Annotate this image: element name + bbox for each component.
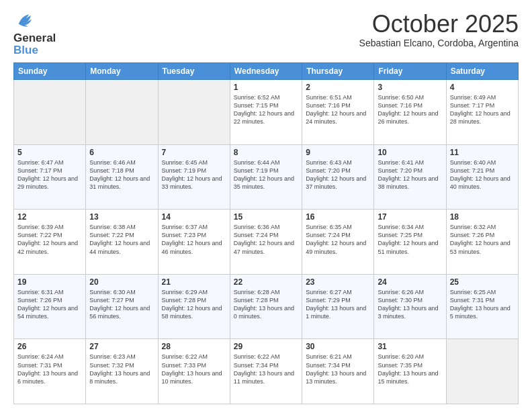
table-row: 11Sunrise: 6:40 AM Sunset: 7:21 PM Dayli… — [446, 144, 518, 210]
table-row: 22Sunrise: 6:28 AM Sunset: 7:28 PM Dayli… — [230, 274, 302, 339]
day-info: Sunrise: 6:40 AM Sunset: 7:21 PM Dayligh… — [450, 158, 515, 191]
day-info: Sunrise: 6:23 AM Sunset: 7:32 PM Dayligh… — [89, 353, 154, 385]
calendar-week-row: 1Sunrise: 6:52 AM Sunset: 7:15 PM Daylig… — [14, 80, 519, 145]
table-row — [446, 339, 518, 404]
day-number: 24 — [378, 277, 442, 287]
col-thursday: Thursday — [302, 63, 374, 80]
day-number: 13 — [89, 212, 154, 222]
calendar-week-row: 5Sunrise: 6:47 AM Sunset: 7:17 PM Daylig… — [14, 144, 519, 210]
day-number: 22 — [234, 277, 298, 287]
table-row: 25Sunrise: 6:25 AM Sunset: 7:31 PM Dayli… — [446, 274, 518, 339]
page-header: General Blue October 2025 Sebastian Elca… — [13, 11, 519, 57]
table-row: 30Sunrise: 6:21 AM Sunset: 7:34 PM Dayli… — [302, 339, 374, 404]
table-row: 17Sunrise: 6:34 AM Sunset: 7:25 PM Dayli… — [374, 210, 446, 275]
table-row — [86, 80, 158, 145]
calendar-week-row: 12Sunrise: 6:39 AM Sunset: 7:22 PM Dayli… — [14, 210, 519, 275]
day-info: Sunrise: 6:31 AM Sunset: 7:26 PM Dayligh… — [17, 288, 82, 321]
table-row: 6Sunrise: 6:46 AM Sunset: 7:18 PM Daylig… — [86, 144, 158, 210]
day-info: Sunrise: 6:50 AM Sunset: 7:16 PM Dayligh… — [378, 93, 442, 126]
day-number: 26 — [17, 342, 82, 351]
day-number: 23 — [306, 277, 370, 287]
table-row: 16Sunrise: 6:35 AM Sunset: 7:24 PM Dayli… — [302, 210, 374, 275]
table-row: 5Sunrise: 6:47 AM Sunset: 7:17 PM Daylig… — [14, 144, 86, 210]
day-number: 25 — [450, 277, 515, 287]
day-info: Sunrise: 6:29 AM Sunset: 7:28 PM Dayligh… — [162, 288, 226, 321]
day-info: Sunrise: 6:26 AM Sunset: 7:30 PM Dayligh… — [378, 288, 442, 321]
table-row: 7Sunrise: 6:45 AM Sunset: 7:19 PM Daylig… — [158, 144, 230, 210]
day-info: Sunrise: 6:22 AM Sunset: 7:34 PM Dayligh… — [234, 353, 298, 385]
day-info: Sunrise: 6:46 AM Sunset: 7:18 PM Dayligh… — [89, 158, 154, 191]
day-info: Sunrise: 6:36 AM Sunset: 7:24 PM Dayligh… — [234, 223, 298, 256]
calendar-week-row: 19Sunrise: 6:31 AM Sunset: 7:26 PM Dayli… — [14, 274, 519, 339]
table-row: 23Sunrise: 6:27 AM Sunset: 7:29 PM Dayli… — [302, 274, 374, 339]
day-info: Sunrise: 6:27 AM Sunset: 7:29 PM Dayligh… — [306, 288, 370, 321]
day-number: 19 — [17, 277, 82, 287]
col-wednesday: Wednesday — [230, 63, 302, 80]
day-number: 2 — [306, 83, 370, 92]
day-number: 6 — [89, 148, 154, 157]
col-saturday: Saturday — [446, 63, 518, 80]
logo: General Blue — [13, 11, 56, 57]
day-number: 16 — [306, 212, 370, 222]
day-info: Sunrise: 6:20 AM Sunset: 7:35 PM Dayligh… — [378, 353, 442, 385]
col-tuesday: Tuesday — [158, 63, 230, 80]
day-number: 17 — [378, 212, 442, 222]
day-number: 27 — [89, 342, 154, 351]
table-row: 29Sunrise: 6:22 AM Sunset: 7:34 PM Dayli… — [230, 339, 302, 404]
day-info: Sunrise: 6:51 AM Sunset: 7:16 PM Dayligh… — [306, 93, 370, 126]
table-row — [14, 80, 86, 145]
day-number: 15 — [234, 212, 298, 222]
day-number: 20 — [89, 277, 154, 287]
day-info: Sunrise: 6:35 AM Sunset: 7:24 PM Dayligh… — [306, 223, 370, 256]
table-row: 21Sunrise: 6:29 AM Sunset: 7:28 PM Dayli… — [158, 274, 230, 339]
table-row: 19Sunrise: 6:31 AM Sunset: 7:26 PM Dayli… — [14, 274, 86, 339]
table-row: 15Sunrise: 6:36 AM Sunset: 7:24 PM Dayli… — [230, 210, 302, 275]
day-info: Sunrise: 6:52 AM Sunset: 7:15 PM Dayligh… — [234, 93, 298, 126]
day-info: Sunrise: 6:44 AM Sunset: 7:19 PM Dayligh… — [234, 158, 298, 191]
table-row: 13Sunrise: 6:38 AM Sunset: 7:22 PM Dayli… — [86, 210, 158, 275]
day-number: 4 — [450, 83, 515, 92]
table-row — [158, 80, 230, 145]
day-info: Sunrise: 6:28 AM Sunset: 7:28 PM Dayligh… — [234, 288, 298, 321]
day-info: Sunrise: 6:41 AM Sunset: 7:20 PM Dayligh… — [378, 158, 442, 191]
location-subtitle: Sebastian Elcano, Cordoba, Argentina — [359, 38, 519, 48]
col-monday: Monday — [86, 63, 158, 80]
col-friday: Friday — [374, 63, 446, 80]
day-info: Sunrise: 6:22 AM Sunset: 7:33 PM Dayligh… — [162, 353, 226, 385]
table-row: 20Sunrise: 6:30 AM Sunset: 7:27 PM Dayli… — [86, 274, 158, 339]
day-number: 7 — [162, 148, 226, 157]
day-info: Sunrise: 6:25 AM Sunset: 7:31 PM Dayligh… — [450, 288, 515, 321]
table-row: 10Sunrise: 6:41 AM Sunset: 7:20 PM Dayli… — [374, 144, 446, 210]
logo-bird-icon — [15, 11, 34, 30]
day-info: Sunrise: 6:49 AM Sunset: 7:17 PM Dayligh… — [450, 93, 515, 126]
day-number: 21 — [162, 277, 226, 287]
day-number: 29 — [234, 342, 298, 351]
day-number: 9 — [306, 148, 370, 157]
day-info: Sunrise: 6:38 AM Sunset: 7:22 PM Dayligh… — [89, 223, 154, 256]
day-number: 31 — [378, 342, 442, 351]
day-number: 28 — [162, 342, 226, 351]
day-info: Sunrise: 6:24 AM Sunset: 7:31 PM Dayligh… — [17, 353, 82, 385]
day-info: Sunrise: 6:34 AM Sunset: 7:25 PM Dayligh… — [378, 223, 442, 256]
table-row: 4Sunrise: 6:49 AM Sunset: 7:17 PM Daylig… — [446, 80, 518, 145]
logo-general: General — [13, 32, 56, 44]
calendar-header-row: Sunday Monday Tuesday Wednesday Thursday… — [14, 63, 519, 80]
table-row: 9Sunrise: 6:43 AM Sunset: 7:20 PM Daylig… — [302, 144, 374, 210]
table-row: 18Sunrise: 6:32 AM Sunset: 7:26 PM Dayli… — [446, 210, 518, 275]
table-row: 12Sunrise: 6:39 AM Sunset: 7:22 PM Dayli… — [14, 210, 86, 275]
title-block: October 2025 Sebastian Elcano, Cordoba, … — [359, 11, 519, 48]
logo-blue: Blue — [13, 44, 38, 56]
day-number: 30 — [306, 342, 370, 351]
month-title: October 2025 — [359, 11, 519, 38]
table-row: 26Sunrise: 6:24 AM Sunset: 7:31 PM Dayli… — [14, 339, 86, 404]
table-row: 8Sunrise: 6:44 AM Sunset: 7:19 PM Daylig… — [230, 144, 302, 210]
day-number: 10 — [378, 148, 442, 157]
table-row: 2Sunrise: 6:51 AM Sunset: 7:16 PM Daylig… — [302, 80, 374, 145]
calendar-table: Sunday Monday Tuesday Wednesday Thursday… — [13, 62, 519, 404]
day-info: Sunrise: 6:37 AM Sunset: 7:23 PM Dayligh… — [162, 223, 226, 256]
table-row: 1Sunrise: 6:52 AM Sunset: 7:15 PM Daylig… — [230, 80, 302, 145]
table-row: 28Sunrise: 6:22 AM Sunset: 7:33 PM Dayli… — [158, 339, 230, 404]
table-row: 31Sunrise: 6:20 AM Sunset: 7:35 PM Dayli… — [374, 339, 446, 404]
day-info: Sunrise: 6:43 AM Sunset: 7:20 PM Dayligh… — [306, 158, 370, 191]
day-info: Sunrise: 6:45 AM Sunset: 7:19 PM Dayligh… — [162, 158, 226, 191]
